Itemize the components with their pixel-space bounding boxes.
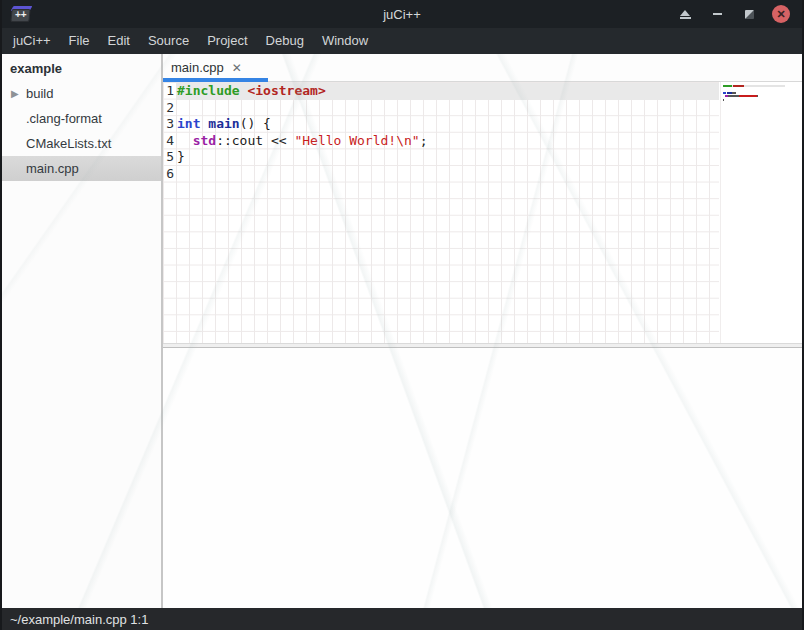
menu-item-window[interactable]: Window — [313, 28, 377, 54]
juci-window: ++ juCi++ ✕ juCi++FileEditSourceProjectD… — [0, 0, 804, 630]
code-line-2[interactable]: 2 — [163, 100, 719, 117]
tab-close-icon[interactable]: ✕ — [232, 61, 242, 75]
minimap-line — [723, 88, 802, 90]
minimap-line — [723, 99, 802, 101]
code-text: int main() { — [177, 116, 271, 133]
menu-item-project[interactable]: Project — [198, 28, 256, 54]
maximize-icon — [745, 10, 754, 19]
editor-minimap[interactable] — [720, 82, 802, 343]
minimap-line — [723, 95, 802, 97]
source-editor[interactable]: 1#include <iostream>23int main() {4 std:… — [163, 82, 802, 343]
tree-row-label: CMakeLists.txt — [26, 136, 111, 151]
status-bar: ~/example/main.cpp 1:1 — [2, 608, 802, 630]
tree-row-label: main.cpp — [26, 161, 79, 176]
tab-label: main.cpp — [171, 60, 224, 75]
menu-bar: juCi++FileEditSourceProjectDebugWindow — [2, 28, 802, 54]
tab-bar: main.cpp ✕ — [163, 54, 802, 82]
file-tree: ▶build.clang-formatCMakeLists.txtmain.cp… — [2, 81, 161, 181]
close-button[interactable]: ✕ — [768, 0, 794, 28]
tree-row-build[interactable]: ▶build — [2, 81, 161, 106]
code-line-4[interactable]: 4 std::cout << "Hello World!\n"; — [163, 133, 719, 150]
shade-icon — [680, 10, 690, 16]
line-number: 6 — [163, 166, 174, 183]
minimize-button[interactable] — [704, 0, 730, 28]
minimap-line — [723, 85, 785, 87]
tree-row--clang-format[interactable]: .clang-format — [2, 106, 161, 131]
file-tree-sidebar: example ▶build.clang-formatCMakeLists.tx… — [2, 54, 161, 608]
line-number: 4 — [163, 133, 174, 150]
close-icon: ✕ — [772, 5, 790, 23]
editor-column: main.cpp ✕ 1#include <iostream>23int mai… — [163, 54, 802, 608]
menu-item-source[interactable]: Source — [139, 28, 198, 54]
code-line-6[interactable]: 6 — [163, 166, 719, 183]
shade-button[interactable] — [672, 0, 698, 28]
code-line-5[interactable]: 5} — [163, 149, 719, 166]
line-number: 1 — [163, 83, 174, 100]
code-lines: 1#include <iostream>23int main() {4 std:… — [163, 83, 719, 183]
tab-main-cpp[interactable]: main.cpp ✕ — [163, 54, 268, 81]
minimap-line — [723, 102, 802, 104]
line-number: 3 — [163, 116, 174, 133]
title-bar: ++ juCi++ ✕ — [2, 0, 802, 28]
code-text: std::cout << "Hello World!\n"; — [177, 133, 427, 150]
tree-row-label: .clang-format — [26, 111, 102, 126]
minimize-icon — [713, 13, 722, 15]
terminal-panel[interactable] — [163, 348, 802, 609]
tree-row-label: build — [26, 86, 53, 101]
menu-item-juci[interactable]: juCi++ — [4, 28, 60, 54]
maximize-button[interactable] — [736, 0, 762, 28]
expander-icon[interactable]: ▶ — [11, 89, 23, 99]
code-text: #include <iostream> — [177, 83, 326, 100]
menu-item-debug[interactable]: Debug — [257, 28, 313, 54]
main-content: example ▶build.clang-formatCMakeLists.tx… — [2, 54, 802, 608]
tree-root-folder[interactable]: example — [2, 56, 161, 81]
code-line-1[interactable]: 1#include <iostream> — [163, 83, 719, 100]
line-number: 2 — [163, 100, 174, 117]
menu-item-edit[interactable]: Edit — [99, 28, 139, 54]
tree-row-main-cpp[interactable]: main.cpp — [2, 156, 161, 181]
code-text: } — [177, 149, 185, 166]
status-file-position: ~/example/main.cpp 1:1 — [10, 612, 148, 627]
line-number: 5 — [163, 149, 174, 166]
tree-row-cmakelists-txt[interactable]: CMakeLists.txt — [2, 131, 161, 156]
window-controls: ✕ — [666, 0, 794, 28]
code-line-3[interactable]: 3int main() { — [163, 116, 719, 133]
menu-item-file[interactable]: File — [60, 28, 99, 54]
minimap-line — [723, 92, 802, 94]
